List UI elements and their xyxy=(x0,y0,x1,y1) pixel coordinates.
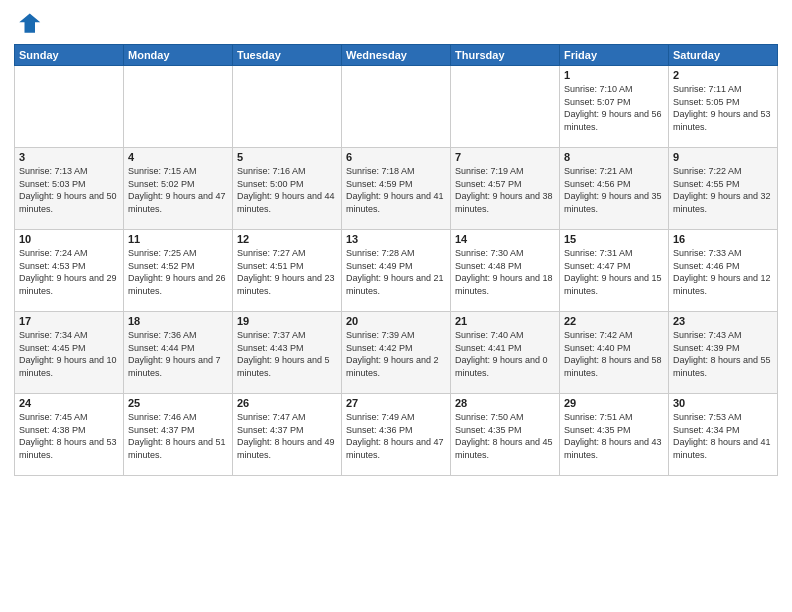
day-number: 13 xyxy=(346,233,446,245)
day-number: 28 xyxy=(455,397,555,409)
day-info: Sunrise: 7:15 AM Sunset: 5:02 PM Dayligh… xyxy=(128,165,228,215)
day-info: Sunrise: 7:19 AM Sunset: 4:57 PM Dayligh… xyxy=(455,165,555,215)
day-number: 11 xyxy=(128,233,228,245)
day-info: Sunrise: 7:51 AM Sunset: 4:35 PM Dayligh… xyxy=(564,411,664,461)
day-info: Sunrise: 7:36 AM Sunset: 4:44 PM Dayligh… xyxy=(128,329,228,379)
day-info: Sunrise: 7:49 AM Sunset: 4:36 PM Dayligh… xyxy=(346,411,446,461)
day-number: 17 xyxy=(19,315,119,327)
calendar-cell: 3Sunrise: 7:13 AM Sunset: 5:03 PM Daylig… xyxy=(15,148,124,230)
calendar-day-header: Wednesday xyxy=(342,45,451,66)
calendar-day-header: Saturday xyxy=(669,45,778,66)
calendar-cell: 16Sunrise: 7:33 AM Sunset: 4:46 PM Dayli… xyxy=(669,230,778,312)
day-info: Sunrise: 7:46 AM Sunset: 4:37 PM Dayligh… xyxy=(128,411,228,461)
logo xyxy=(14,10,46,38)
calendar-cell: 14Sunrise: 7:30 AM Sunset: 4:48 PM Dayli… xyxy=(451,230,560,312)
calendar-cell: 26Sunrise: 7:47 AM Sunset: 4:37 PM Dayli… xyxy=(233,394,342,476)
day-number: 24 xyxy=(19,397,119,409)
calendar-cell: 1Sunrise: 7:10 AM Sunset: 5:07 PM Daylig… xyxy=(560,66,669,148)
calendar-cell: 24Sunrise: 7:45 AM Sunset: 4:38 PM Dayli… xyxy=(15,394,124,476)
calendar-cell: 8Sunrise: 7:21 AM Sunset: 4:56 PM Daylig… xyxy=(560,148,669,230)
calendar-cell: 23Sunrise: 7:43 AM Sunset: 4:39 PM Dayli… xyxy=(669,312,778,394)
day-number: 29 xyxy=(564,397,664,409)
header xyxy=(14,10,778,38)
calendar-week-row: 17Sunrise: 7:34 AM Sunset: 4:45 PM Dayli… xyxy=(15,312,778,394)
calendar-day-header: Sunday xyxy=(15,45,124,66)
day-number: 22 xyxy=(564,315,664,327)
calendar-cell: 19Sunrise: 7:37 AM Sunset: 4:43 PM Dayli… xyxy=(233,312,342,394)
day-number: 8 xyxy=(564,151,664,163)
calendar-cell: 20Sunrise: 7:39 AM Sunset: 4:42 PM Dayli… xyxy=(342,312,451,394)
day-info: Sunrise: 7:53 AM Sunset: 4:34 PM Dayligh… xyxy=(673,411,773,461)
day-info: Sunrise: 7:34 AM Sunset: 4:45 PM Dayligh… xyxy=(19,329,119,379)
day-number: 21 xyxy=(455,315,555,327)
day-info: Sunrise: 7:11 AM Sunset: 5:05 PM Dayligh… xyxy=(673,83,773,133)
day-info: Sunrise: 7:47 AM Sunset: 4:37 PM Dayligh… xyxy=(237,411,337,461)
day-number: 7 xyxy=(455,151,555,163)
calendar-cell xyxy=(15,66,124,148)
day-info: Sunrise: 7:28 AM Sunset: 4:49 PM Dayligh… xyxy=(346,247,446,297)
day-number: 3 xyxy=(19,151,119,163)
day-number: 14 xyxy=(455,233,555,245)
day-info: Sunrise: 7:25 AM Sunset: 4:52 PM Dayligh… xyxy=(128,247,228,297)
day-info: Sunrise: 7:30 AM Sunset: 4:48 PM Dayligh… xyxy=(455,247,555,297)
day-info: Sunrise: 7:27 AM Sunset: 4:51 PM Dayligh… xyxy=(237,247,337,297)
day-number: 4 xyxy=(128,151,228,163)
day-info: Sunrise: 7:13 AM Sunset: 5:03 PM Dayligh… xyxy=(19,165,119,215)
page: SundayMondayTuesdayWednesdayThursdayFrid… xyxy=(0,0,792,612)
calendar-cell xyxy=(124,66,233,148)
day-number: 5 xyxy=(237,151,337,163)
day-info: Sunrise: 7:24 AM Sunset: 4:53 PM Dayligh… xyxy=(19,247,119,297)
day-info: Sunrise: 7:50 AM Sunset: 4:35 PM Dayligh… xyxy=(455,411,555,461)
day-info: Sunrise: 7:43 AM Sunset: 4:39 PM Dayligh… xyxy=(673,329,773,379)
day-number: 25 xyxy=(128,397,228,409)
calendar-cell: 12Sunrise: 7:27 AM Sunset: 4:51 PM Dayli… xyxy=(233,230,342,312)
calendar-day-header: Monday xyxy=(124,45,233,66)
day-number: 10 xyxy=(19,233,119,245)
logo-icon xyxy=(14,10,42,38)
calendar-cell: 28Sunrise: 7:50 AM Sunset: 4:35 PM Dayli… xyxy=(451,394,560,476)
calendar-cell: 18Sunrise: 7:36 AM Sunset: 4:44 PM Dayli… xyxy=(124,312,233,394)
calendar-header-row: SundayMondayTuesdayWednesdayThursdayFrid… xyxy=(15,45,778,66)
calendar: SundayMondayTuesdayWednesdayThursdayFrid… xyxy=(14,44,778,476)
day-number: 9 xyxy=(673,151,773,163)
calendar-cell: 22Sunrise: 7:42 AM Sunset: 4:40 PM Dayli… xyxy=(560,312,669,394)
day-info: Sunrise: 7:31 AM Sunset: 4:47 PM Dayligh… xyxy=(564,247,664,297)
day-info: Sunrise: 7:16 AM Sunset: 5:00 PM Dayligh… xyxy=(237,165,337,215)
day-number: 6 xyxy=(346,151,446,163)
day-info: Sunrise: 7:42 AM Sunset: 4:40 PM Dayligh… xyxy=(564,329,664,379)
calendar-week-row: 24Sunrise: 7:45 AM Sunset: 4:38 PM Dayli… xyxy=(15,394,778,476)
day-number: 23 xyxy=(673,315,773,327)
calendar-day-header: Tuesday xyxy=(233,45,342,66)
calendar-cell xyxy=(342,66,451,148)
calendar-cell: 6Sunrise: 7:18 AM Sunset: 4:59 PM Daylig… xyxy=(342,148,451,230)
day-number: 2 xyxy=(673,69,773,81)
calendar-cell: 25Sunrise: 7:46 AM Sunset: 4:37 PM Dayli… xyxy=(124,394,233,476)
day-info: Sunrise: 7:33 AM Sunset: 4:46 PM Dayligh… xyxy=(673,247,773,297)
calendar-cell: 17Sunrise: 7:34 AM Sunset: 4:45 PM Dayli… xyxy=(15,312,124,394)
day-number: 12 xyxy=(237,233,337,245)
day-number: 20 xyxy=(346,315,446,327)
calendar-day-header: Thursday xyxy=(451,45,560,66)
calendar-cell: 2Sunrise: 7:11 AM Sunset: 5:05 PM Daylig… xyxy=(669,66,778,148)
calendar-cell: 27Sunrise: 7:49 AM Sunset: 4:36 PM Dayli… xyxy=(342,394,451,476)
calendar-week-row: 1Sunrise: 7:10 AM Sunset: 5:07 PM Daylig… xyxy=(15,66,778,148)
day-number: 1 xyxy=(564,69,664,81)
day-number: 19 xyxy=(237,315,337,327)
calendar-cell: 4Sunrise: 7:15 AM Sunset: 5:02 PM Daylig… xyxy=(124,148,233,230)
calendar-cell: 15Sunrise: 7:31 AM Sunset: 4:47 PM Dayli… xyxy=(560,230,669,312)
day-info: Sunrise: 7:10 AM Sunset: 5:07 PM Dayligh… xyxy=(564,83,664,133)
day-info: Sunrise: 7:45 AM Sunset: 4:38 PM Dayligh… xyxy=(19,411,119,461)
calendar-cell: 7Sunrise: 7:19 AM Sunset: 4:57 PM Daylig… xyxy=(451,148,560,230)
calendar-cell: 30Sunrise: 7:53 AM Sunset: 4:34 PM Dayli… xyxy=(669,394,778,476)
calendar-week-row: 10Sunrise: 7:24 AM Sunset: 4:53 PM Dayli… xyxy=(15,230,778,312)
day-number: 15 xyxy=(564,233,664,245)
day-number: 18 xyxy=(128,315,228,327)
day-number: 27 xyxy=(346,397,446,409)
calendar-cell: 11Sunrise: 7:25 AM Sunset: 4:52 PM Dayli… xyxy=(124,230,233,312)
day-number: 26 xyxy=(237,397,337,409)
calendar-cell: 10Sunrise: 7:24 AM Sunset: 4:53 PM Dayli… xyxy=(15,230,124,312)
day-number: 30 xyxy=(673,397,773,409)
day-info: Sunrise: 7:22 AM Sunset: 4:55 PM Dayligh… xyxy=(673,165,773,215)
calendar-cell: 21Sunrise: 7:40 AM Sunset: 4:41 PM Dayli… xyxy=(451,312,560,394)
calendar-day-header: Friday xyxy=(560,45,669,66)
